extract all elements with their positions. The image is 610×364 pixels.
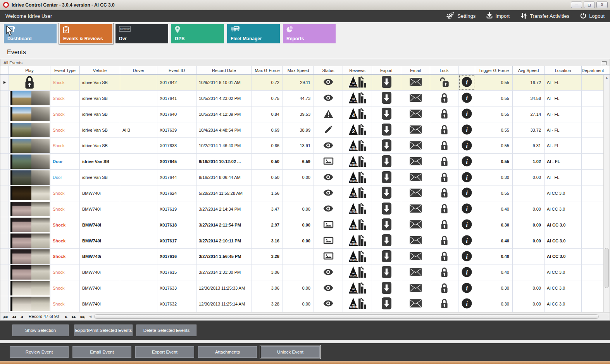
cell-email[interactable]: [401, 249, 430, 264]
cell-play[interactable]: [9, 217, 50, 233]
attachments-button[interactable]: Attachments: [198, 346, 257, 358]
cell-reviews[interactable]: NOSCORE: [343, 91, 372, 106]
delete-selected-events-button[interactable]: Delete Selected Events: [136, 325, 196, 336]
cell-export[interactable]: [372, 91, 401, 106]
column-header-avg_speed[interactable]: Avg Speed: [513, 66, 545, 74]
table-row[interactable]: Dooridrive Van SBX0176449/16/2014 8:06:4…: [0, 170, 610, 185]
cell-status[interactable]: [314, 185, 343, 201]
event-thumbnail[interactable]: [10, 281, 50, 295]
cell-play[interactable]: [9, 91, 50, 106]
cell-lock[interactable]: [430, 185, 458, 201]
cell-reviews[interactable]: NOSCORE: [343, 154, 372, 170]
cell-email[interactable]: [401, 264, 430, 280]
table-row[interactable]: Shockidrive Van SBX01764010/5/2014 4:12:…: [0, 106, 610, 122]
cell-info[interactable]: i: [458, 170, 475, 185]
cell-status[interactable]: [314, 106, 343, 122]
cell-export[interactable]: [372, 170, 401, 185]
cell-lock[interactable]: [430, 296, 458, 312]
event-thumbnail[interactable]: [10, 123, 50, 137]
cell-info[interactable]: i: [458, 154, 475, 170]
table-row[interactable]: ShockBMW740iX0176193/27/2014 2:14:34 PM3…: [0, 201, 610, 217]
cell-email[interactable]: [401, 106, 430, 122]
cell-status[interactable]: [314, 138, 343, 154]
minimize-button[interactable]: ─: [571, 2, 582, 8]
maximize-button[interactable]: ◻: [584, 2, 595, 8]
horizontal-scrollbar-thumb[interactable]: [94, 314, 599, 319]
cell-status[interactable]: [314, 217, 343, 233]
cell-reviews[interactable]: NOSCORE: [343, 264, 372, 280]
cell-email[interactable]: [401, 154, 430, 170]
cell-lock[interactable]: [430, 201, 458, 217]
cell-info[interactable]: i: [458, 217, 475, 233]
cell-info[interactable]: i: [458, 91, 475, 106]
table-row[interactable]: Shockidrive Van SBX01764110/5/2014 4:23:…: [0, 91, 610, 106]
cell-reviews[interactable]: NOSCORE: [343, 75, 372, 91]
cell-export[interactable]: [372, 233, 401, 249]
cell-lock[interactable]: [430, 106, 458, 122]
table-row[interactable]: Shockidrive Van SBAl BX01763910/4/2014 4…: [0, 122, 610, 138]
cell-export[interactable]: [372, 154, 401, 170]
review-event-button[interactable]: Review Event: [10, 346, 69, 358]
cell-info[interactable]: i: [458, 233, 475, 249]
prev-record-button[interactable]: ◀: [18, 315, 25, 319]
cell-status[interactable]: [314, 201, 343, 217]
event-thumbnail[interactable]: [10, 218, 50, 232]
vertical-scrollbar[interactable]: ▲: [603, 75, 610, 312]
export-print-selected-events-button[interactable]: Export/Print Selected Events: [74, 325, 133, 336]
cell-email[interactable]: [401, 138, 430, 154]
cell-info[interactable]: i: [458, 280, 475, 296]
cell-play[interactable]: [9, 249, 50, 264]
cell-play[interactable]: [9, 264, 50, 280]
column-header-reviews[interactable]: Reviews: [343, 66, 372, 74]
event-thumbnail[interactable]: [10, 107, 50, 121]
cell-reviews[interactable]: NOSCORE: [343, 201, 372, 217]
cell-lock[interactable]: [430, 280, 458, 296]
cell-email[interactable]: [401, 280, 430, 296]
column-header-play[interactable]: Play: [9, 66, 50, 74]
cell-play[interactable]: [9, 280, 50, 296]
cell-lock[interactable]: [430, 217, 458, 233]
cell-lock[interactable]: [430, 138, 458, 154]
cell-play[interactable]: [9, 122, 50, 138]
cell-reviews[interactable]: NOSCORE: [343, 280, 372, 296]
event-thumbnail[interactable]: [10, 91, 50, 105]
column-header-location[interactable]: Location: [545, 66, 582, 74]
horizontal-scrollbar[interactable]: ◀: [88, 313, 609, 319]
cell-email[interactable]: [401, 91, 430, 106]
table-row[interactable]: ShockBMW740iX01763212/30/2013 11:25:14 A…: [0, 296, 610, 312]
cell-play[interactable]: [9, 201, 50, 217]
cell-email[interactable]: [401, 185, 430, 201]
cell-status[interactable]: [314, 249, 343, 264]
event-thumbnail[interactable]: [10, 170, 50, 185]
table-row[interactable]: ShockBMW740iX0176163/27/2014 1:56:45 PM3…: [0, 249, 610, 264]
email-event-button[interactable]: Email Event: [72, 346, 131, 358]
cell-play[interactable]: [9, 75, 50, 91]
cell-export[interactable]: [372, 217, 401, 233]
cell-reviews[interactable]: NOSCORE: [343, 217, 372, 233]
cell-play[interactable]: [9, 296, 50, 312]
cell-email[interactable]: [401, 217, 430, 233]
scroll-left-icon[interactable]: ◀: [88, 315, 93, 318]
cell-email[interactable]: [401, 122, 430, 138]
cell-reviews[interactable]: NOSCORE: [343, 185, 372, 201]
cell-export[interactable]: [372, 264, 401, 280]
column-header-trigger_g[interactable]: Trigger G-Force: [475, 66, 513, 74]
event-thumbnail[interactable]: [10, 249, 50, 264]
cell-email[interactable]: [401, 201, 430, 217]
cell-play[interactable]: [9, 185, 50, 201]
event-thumbnail[interactable]: [10, 234, 50, 248]
table-row[interactable]: ShockBMW740iX0176153/27/2014 1:31:30 PM3…: [0, 264, 610, 280]
table-row[interactable]: ShockBMW740iX0176245/28/2014 11:55:28 AM…: [0, 185, 610, 201]
cell-lock[interactable]: [430, 233, 458, 249]
close-button[interactable]: X: [596, 2, 608, 8]
cell-status[interactable]: [314, 264, 343, 280]
column-header-department[interactable]: Department: [582, 66, 604, 74]
cell-info[interactable]: i: [458, 122, 475, 138]
cell-export[interactable]: [372, 106, 401, 122]
transfer-activities-button[interactable]: Transfer Activities: [520, 12, 569, 20]
cell-status[interactable]: [314, 122, 343, 138]
cell-lock[interactable]: [430, 249, 458, 264]
cell-export[interactable]: [372, 296, 401, 312]
cell-email[interactable]: [401, 75, 430, 91]
cell-lock[interactable]: [430, 75, 458, 91]
